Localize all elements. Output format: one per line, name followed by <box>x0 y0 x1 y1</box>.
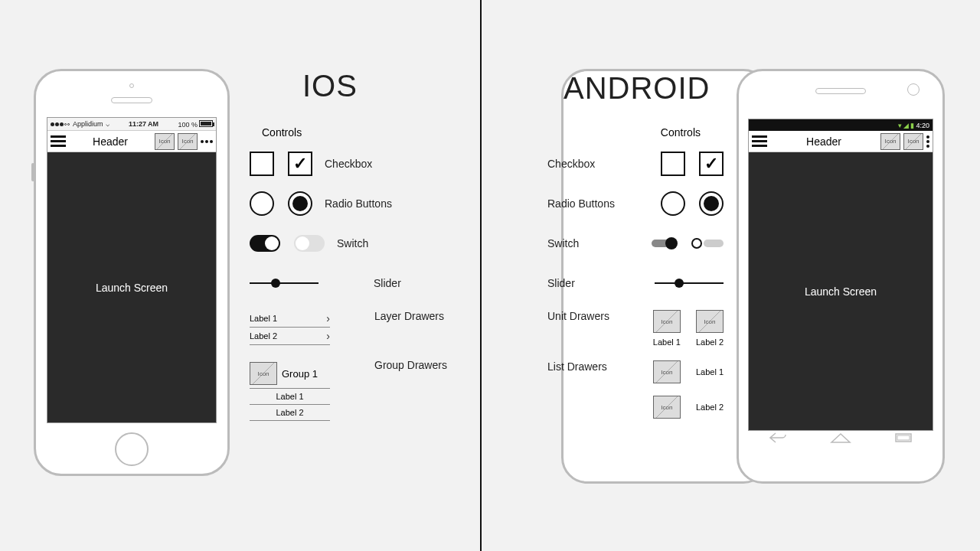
group-drawers: Icon Group 1 Label 1 Label 2 <box>250 359 330 421</box>
radio-selected[interactable] <box>288 191 312 216</box>
list-icon: Icon <box>653 396 681 419</box>
list-drawers-label: List Drawers <box>547 360 641 373</box>
switch-on[interactable] <box>652 237 678 249</box>
group-header[interactable]: Icon Group 1 <box>250 359 330 389</box>
unit-item-2[interactable]: Icon Label 2 <box>696 310 724 347</box>
checkbox-unchecked[interactable] <box>661 152 685 176</box>
unit-icon: Icon <box>653 310 681 333</box>
vertical-divider <box>480 0 482 551</box>
wifi-icon: ▾ <box>898 122 902 129</box>
battery-status: 100 % <box>178 120 213 129</box>
group-title: Group 1 <box>282 368 318 380</box>
chevron-right-icon: › <box>326 312 330 324</box>
radio-label: Radio Buttons <box>547 197 648 210</box>
hamburger-icon[interactable] <box>752 135 767 147</box>
checkbox-label: Checkbox <box>325 158 372 170</box>
unit-item-1[interactable]: Icon Label 1 <box>653 310 681 347</box>
home-button[interactable] <box>115 432 149 466</box>
recents-icon[interactable] <box>895 433 912 442</box>
android-controls-panel: Controls ✓ Checkbox Radio Buttons Switch… <box>547 126 724 432</box>
list-item-1[interactable]: Icon Label 1 <box>653 360 724 383</box>
more-icon[interactable] <box>201 140 213 143</box>
iphone-speaker <box>111 97 152 103</box>
launch-screen: Launch Screen <box>749 152 933 430</box>
header-title: Header <box>69 135 152 148</box>
unit-icon: Icon <box>696 310 724 333</box>
more-vert-icon[interactable] <box>926 135 929 148</box>
signal-icon: Applidium ⌵ <box>51 120 109 128</box>
iphone-camera-dot <box>129 83 134 88</box>
switch-label: Switch <box>337 237 368 249</box>
layer-item-1[interactable]: Label 1› <box>250 310 330 328</box>
ios-title: IOS <box>302 69 358 103</box>
wifi-icon: ⌵ <box>106 120 109 128</box>
controls-heading: Controls <box>547 126 701 139</box>
ios-controls-panel: Controls ✓ Checkbox Radio Buttons Switch… <box>250 126 464 435</box>
layer-item-2[interactable]: Label 2› <box>250 328 330 345</box>
signal-icon: ◢ <box>903 122 909 129</box>
hamburger-icon[interactable] <box>51 135 66 147</box>
checkbox-checked[interactable]: ✓ <box>699 152 724 176</box>
slider[interactable] <box>655 282 724 284</box>
android-status-bar: ▾ ◢ ▮ 4:20 <box>749 119 933 131</box>
header-title: Header <box>770 135 877 148</box>
checkbox-label: Checkbox <box>547 158 648 170</box>
back-icon[interactable] <box>769 432 786 443</box>
list-icon: Icon <box>653 360 681 383</box>
android-screen: ▾ ◢ ▮ 4:20 Header Icon Icon Launch Scree… <box>748 119 933 431</box>
iphone-side-button <box>31 163 34 181</box>
list-drawers: Icon Label 1 Icon Label 2 <box>653 360 724 419</box>
layer-drawers-label: Layer Drawers <box>374 310 444 322</box>
radio-label: Radio Buttons <box>325 197 392 210</box>
group-drawers-label: Group Drawers <box>374 359 447 371</box>
iphone-screen: Applidium ⌵ 11:27 AM 100 % Header Icon I… <box>47 117 217 423</box>
header-icon-2[interactable]: Icon <box>903 133 923 150</box>
header-icon-2[interactable]: Icon <box>178 133 198 150</box>
switch-off[interactable] <box>691 238 724 249</box>
layer-drawers: Label 1› Label 2› <box>250 310 330 345</box>
battery-icon: ▮ <box>910 122 914 129</box>
slider-label: Slider <box>547 277 642 289</box>
android-header-bar: Header Icon Icon <box>749 131 933 152</box>
svg-rect-1 <box>897 435 910 440</box>
android-speaker <box>815 88 866 94</box>
unit-drawers-label: Unit Drawers <box>547 310 641 322</box>
launch-screen: Launch Screen <box>47 152 216 422</box>
list-item-2[interactable]: Icon Label 2 <box>653 396 724 419</box>
radio-selected[interactable] <box>699 191 724 216</box>
checkbox-checked[interactable]: ✓ <box>288 152 312 176</box>
clock: 4:20 <box>916 122 929 129</box>
home-icon[interactable] <box>830 432 851 443</box>
radio-unselected[interactable] <box>661 191 685 216</box>
controls-heading: Controls <box>262 126 464 139</box>
iphone-frame: Applidium ⌵ 11:27 AM 100 % Header Icon I… <box>34 69 230 476</box>
slider-label: Slider <box>374 277 401 289</box>
android-camera <box>907 83 920 96</box>
header-icon-1[interactable]: Icon <box>880 133 900 150</box>
android-frame: ▾ ◢ ▮ 4:20 Header Icon Icon Launch Scree… <box>737 69 945 484</box>
android-nav-bar <box>748 431 933 445</box>
unit-drawers: Icon Label 1 Icon Label 2 <box>653 310 724 347</box>
group-icon: Icon <box>250 362 277 385</box>
switch-label: Switch <box>547 237 639 249</box>
group-item-2[interactable]: Label 2 <box>250 405 330 421</box>
header-icon-1[interactable]: Icon <box>155 133 175 150</box>
switch-off[interactable] <box>250 235 280 252</box>
ios-status-bar: Applidium ⌵ 11:27 AM 100 % <box>47 118 216 131</box>
carrier-label: Applidium <box>73 120 103 128</box>
clock: 11:27 AM <box>129 120 158 128</box>
radio-unselected[interactable] <box>250 191 274 216</box>
checkbox-unchecked[interactable] <box>250 152 274 176</box>
slider[interactable] <box>250 282 318 284</box>
chevron-right-icon: › <box>326 330 330 342</box>
switch-on[interactable] <box>294 235 325 252</box>
group-item-1[interactable]: Label 1 <box>250 389 330 405</box>
ios-header-bar: Header Icon Icon <box>47 131 216 152</box>
